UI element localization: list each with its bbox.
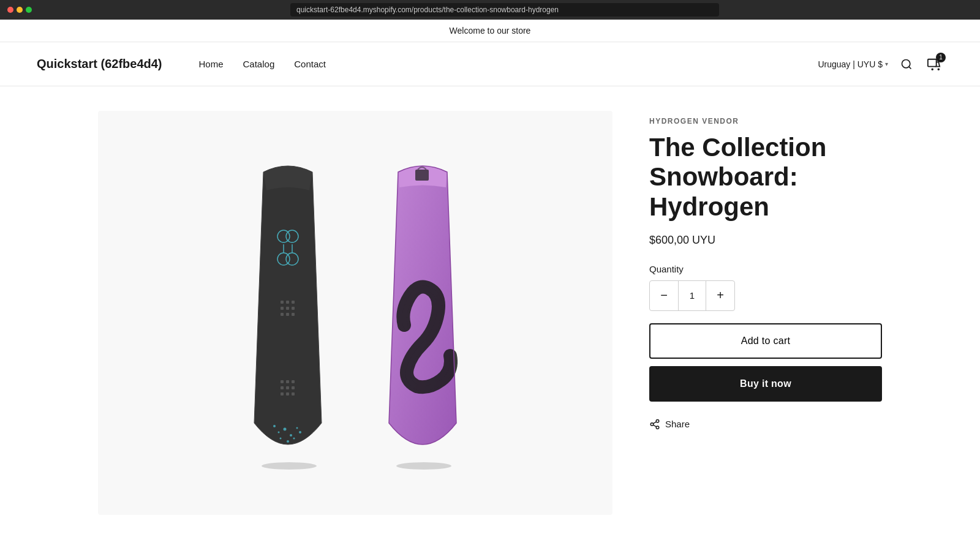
url-bar[interactable]: quickstart-62fbe4d4.myshopify.com/produc… — [290, 3, 719, 17]
snowboard-purple — [361, 154, 484, 472]
snowboard-images — [227, 135, 484, 490]
currency-selector[interactable]: Uruguay | UYU $ ▾ — [818, 59, 888, 69]
maximize-dot — [26, 7, 32, 13]
svg-rect-28 — [286, 392, 289, 395]
svg-rect-19 — [286, 313, 289, 316]
svg-rect-27 — [281, 392, 284, 395]
browser-bar: quickstart-62fbe4d4.myshopify.com/produc… — [0, 0, 980, 20]
svg-rect-20 — [292, 313, 295, 316]
svg-point-37 — [287, 440, 289, 443]
svg-rect-24 — [281, 386, 284, 389]
svg-rect-26 — [292, 386, 295, 389]
svg-point-32 — [284, 428, 287, 431]
snowboard-black — [227, 154, 349, 472]
product-price: $600,00 UYU — [649, 234, 882, 247]
svg-rect-22 — [286, 380, 289, 383]
black-snowboard-svg — [227, 154, 349, 472]
svg-point-3 — [932, 69, 933, 70]
quantity-selector: − 1 + — [649, 280, 735, 311]
svg-line-44 — [653, 425, 656, 427]
share-button[interactable]: Share — [649, 419, 690, 430]
browser-dots — [7, 7, 32, 13]
site-logo[interactable]: Quickstart (62fbe4d4) — [37, 57, 162, 71]
add-to-cart-button[interactable]: Add to cart — [649, 323, 882, 359]
search-icon — [900, 58, 913, 70]
quantity-decrease-button[interactable]: − — [650, 281, 678, 310]
product-details: HYDROGEN VENDOR The Collection Snowboard… — [649, 111, 882, 515]
svg-rect-18 — [281, 313, 284, 316]
svg-line-1 — [909, 66, 911, 69]
svg-rect-23 — [292, 380, 295, 383]
header-actions: Uruguay | UYU $ ▾ 1 — [818, 55, 943, 73]
svg-point-36 — [280, 438, 282, 440]
site-nav: Home Catalog Contact — [199, 59, 818, 69]
svg-point-4 — [938, 69, 939, 70]
product-gallery — [98, 111, 612, 515]
svg-rect-16 — [286, 307, 289, 310]
share-label: Share — [665, 419, 690, 429]
url-text: quickstart-62fbe4d4.myshopify.com/produc… — [296, 6, 559, 14]
svg-rect-29 — [292, 392, 295, 395]
quantity-value: 1 — [678, 281, 706, 310]
quantity-increase-button[interactable]: + — [706, 281, 734, 310]
svg-point-39 — [396, 462, 451, 470]
announcement-text: Welcome to our store — [450, 26, 531, 36]
site-header: Quickstart (62fbe4d4) Home Catalog Conta… — [0, 42, 980, 86]
cart-button[interactable]: 1 — [925, 55, 943, 73]
svg-point-0 — [902, 59, 910, 67]
purple-snowboard-svg — [361, 154, 484, 472]
quantity-label: Quantity — [649, 264, 882, 274]
nav-catalog[interactable]: Catalog — [243, 59, 275, 69]
svg-rect-21 — [281, 380, 284, 383]
search-button[interactable] — [898, 56, 915, 73]
close-dot — [7, 7, 13, 13]
currency-label: Uruguay | UYU $ — [818, 59, 883, 69]
svg-rect-14 — [292, 301, 295, 304]
minimize-dot — [17, 7, 23, 13]
svg-line-45 — [653, 422, 656, 424]
svg-point-30 — [273, 425, 276, 427]
product-title: The Collection Snowboard: Hydrogen — [649, 133, 882, 222]
svg-point-38 — [293, 438, 295, 440]
svg-point-41 — [656, 419, 659, 422]
chevron-down-icon: ▾ — [885, 61, 888, 67]
nav-home[interactable]: Home — [199, 59, 224, 69]
svg-rect-2 — [928, 59, 937, 66]
svg-rect-40 — [415, 170, 429, 181]
svg-rect-17 — [292, 307, 295, 310]
svg-point-33 — [290, 434, 292, 437]
product-vendor: HYDROGEN VENDOR — [649, 117, 882, 126]
svg-point-43 — [656, 426, 659, 429]
announcement-bar: Welcome to our store — [0, 20, 980, 42]
svg-point-31 — [278, 432, 280, 433]
svg-rect-15 — [281, 307, 284, 310]
share-icon — [649, 419, 660, 430]
svg-point-42 — [650, 423, 654, 426]
buy-now-button[interactable]: Buy it now — [649, 366, 882, 402]
svg-rect-12 — [281, 301, 284, 304]
nav-contact[interactable]: Contact — [294, 59, 326, 69]
cart-count: 1 — [936, 53, 946, 62]
product-page: HYDROGEN VENDOR The Collection Snowboard… — [61, 86, 919, 539]
svg-point-34 — [296, 427, 298, 429]
svg-point-35 — [299, 431, 301, 433]
svg-rect-13 — [286, 301, 289, 304]
svg-rect-25 — [286, 386, 289, 389]
svg-point-5 — [262, 462, 317, 470]
